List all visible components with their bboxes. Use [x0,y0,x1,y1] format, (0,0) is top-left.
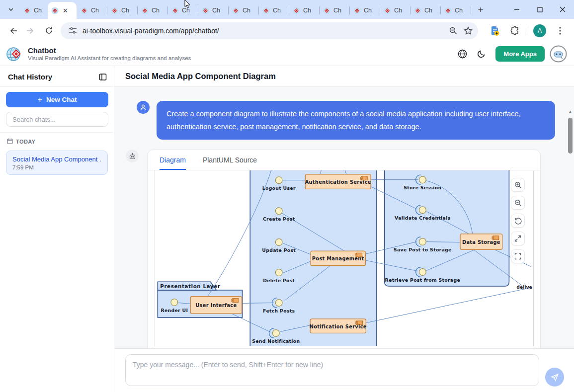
browser-tab[interactable]: Ch [229,2,258,19]
tab-search-chevron-icon[interactable] [4,2,18,16]
edge-label-truncated: delive [516,284,532,290]
mouse-cursor [184,0,191,11]
browser-tab[interactable]: Ch [107,2,137,19]
diagram-expand-button[interactable] [511,232,525,245]
component-label: Post Management [312,256,364,261]
browser-tab[interactable]: Ch [350,2,380,19]
browser-tab[interactable]: Ch [441,2,471,19]
omnibox[interactable]: ai-toolbox.visual-paradigm.com/app/chatb… [61,22,478,39]
zoom-indicator-icon[interactable] [448,26,458,36]
minimize-button[interactable] [505,0,528,19]
interface-label: Validate Credentials [395,215,451,221]
maximize-button[interactable] [528,0,551,19]
browser-tab[interactable]: Ch [289,2,319,19]
package-layer [385,170,509,286]
component-node: Data Storage [460,234,502,249]
scrollbar-thumb[interactable] [568,118,573,154]
component-label: Authentication Service [305,179,371,185]
chatbot-assistant-avatar[interactable] [550,45,567,63]
browser-tab[interactable]: ✕ [48,2,77,19]
main-panel: Social Media App Component Diagram Creat… [114,66,574,392]
browser-tab[interactable]: Ch [138,2,167,19]
plus-icon: + [38,95,42,104]
profile-avatar[interactable]: A [533,24,546,37]
browser-tab[interactable]: Ch [320,2,349,19]
section-today-label: TODAY [16,139,35,145]
back-button[interactable] [5,23,21,39]
visual-paradigm-favicon-icon [141,7,149,14]
result-card-tabs: Diagram PlantUML Source [148,150,540,170]
diagram-reset-button[interactable] [511,214,525,228]
diagram-fullscreen-button[interactable] [511,249,525,263]
browser-tab[interactable]: Ch [198,2,228,19]
docs-extension-icon[interactable] [489,25,501,37]
visual-paradigm-favicon-icon [293,7,300,14]
new-tab-button[interactable]: + [474,3,487,16]
diagram-canvas[interactable]: Presentation LayerAuthentication Service… [155,170,534,346]
interface-label: Retrieve Post from Storage [385,277,460,283]
visual-paradigm-favicon-icon [262,7,270,14]
visual-paradigm-favicon-icon [323,7,330,14]
tab-plantuml-source[interactable]: PlantUML Source [203,156,257,170]
visual-paradigm-favicon-icon [111,7,118,14]
tab-separator [471,6,471,14]
tab-label: Ch [243,7,250,14]
sidebar-title: Chat History [8,73,52,81]
component-node: Notification Service [310,319,367,333]
forward-button[interactable] [23,23,39,39]
scroll-up-icon[interactable]: ▲ [568,110,573,114]
interface-label: Create Post [263,216,295,222]
window-controls [505,0,574,19]
url-text[interactable]: ai-toolbox.visual-paradigm.com/app/chatb… [82,27,443,35]
menu-dots-icon[interactable] [554,25,566,37]
reload-button[interactable] [41,23,57,39]
message-input[interactable] [125,354,539,386]
tab-label: Ch [152,7,160,14]
send-button[interactable] [545,368,564,387]
tab-label: Ch [121,7,129,14]
chat-history-item[interactable]: Social Media App Component ... 7:59 PM [6,151,108,175]
browser-tabs: Ch✕ChChChChChChChChChChChChCh [20,0,471,19]
bot-message-row: Diagram PlantUML Source Presentation Lay… [126,150,541,348]
app-title: Chatbot [28,46,191,55]
visual-paradigm-favicon-icon [353,7,361,14]
browser-tab[interactable]: Ch [20,2,48,19]
diagram-zoom-out-button[interactable] [511,196,525,210]
visual-paradigm-logo [6,46,23,63]
component-diagram: Presentation LayerAuthentication Service… [155,170,534,346]
chat-item-time: 7:59 PM [12,164,101,170]
diagram-zoom-in-button[interactable] [511,178,525,192]
browser-tab[interactable]: Ch [259,2,289,19]
close-window-button[interactable] [551,0,574,19]
visual-paradigm-favicon-icon [384,7,391,14]
component-label: Data Storage [462,239,500,245]
dark-mode-moon-icon[interactable] [474,47,489,62]
site-info-icon[interactable] [68,26,78,36]
chat-scrollbar[interactable]: ▲ ▼ [567,109,574,348]
diagram-edge [366,288,531,323]
visual-paradigm-favicon-icon [444,7,452,14]
browser-tab[interactable]: Ch [77,2,107,19]
new-chat-button[interactable]: + New Chat [6,92,108,107]
browser-tab[interactable]: Ch [410,2,440,19]
bookmark-star-icon[interactable] [463,26,473,36]
tab-diagram[interactable]: Diagram [160,156,186,170]
tab-close-icon[interactable]: ✕ [63,7,68,14]
component-label: User Interface [195,303,237,308]
interface-label: Render UI [161,308,188,313]
tab-label: Ch [424,7,432,14]
tab-label: Ch [212,7,220,14]
component-node: User Interface [190,297,242,314]
app-subtitle: Visual Paradigm AI Assistant for creatin… [28,55,191,62]
browser-tab[interactable]: Ch [168,2,198,19]
visual-paradigm-favicon-icon [171,7,179,14]
extensions-puzzle-icon[interactable] [509,25,521,37]
diagram-result-card: Diagram PlantUML Source Presentation Lay… [147,150,541,348]
language-globe-icon[interactable] [455,47,470,62]
sidebar-toggle-icon[interactable] [99,73,107,81]
search-chats-input[interactable] [6,112,108,127]
package-label: Presentation Layer [160,283,220,289]
more-apps-button[interactable]: More Apps [495,46,545,62]
browser-tab[interactable]: Ch [380,2,410,19]
visual-paradigm-favicon-icon [414,7,421,14]
